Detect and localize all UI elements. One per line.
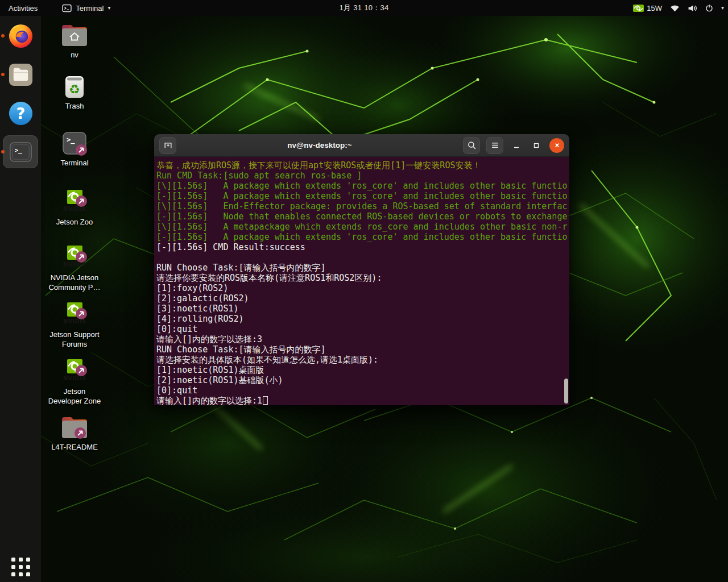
nvidia-link-icon: NVIDIA	[60, 189, 89, 217]
svg-text:>_: >_	[67, 136, 75, 144]
terminal-line: [\][1.56s] A metapackage which extends r…	[156, 222, 567, 232]
terminal-link-icon: >_	[60, 130, 89, 158]
app-menu-label: Terminal	[76, 4, 104, 13]
system-status-area[interactable]: 15W ▾	[633, 0, 724, 16]
nvidia-link-icon: NVIDIA	[60, 301, 89, 330]
terminal-line: [-][1.56s] A package which extends 'ros_…	[156, 232, 567, 242]
search-icon	[467, 140, 477, 150]
desktop-icon-l4t-readme[interactable]: L4T-README	[44, 414, 105, 452]
dock-item-files[interactable]	[3, 58, 38, 91]
terminal-line: [3]:noetic(ROS1)	[156, 304, 567, 314]
terminal-line: [2]:galactic(ROS2)	[156, 293, 567, 304]
dock-item-help[interactable]: ?	[3, 97, 38, 130]
terminal-line: 请输入[]内的数字以选择:1	[156, 396, 567, 405]
desktop-icon-label: Jetson Zoo	[56, 218, 93, 227]
svg-text:>_: >_	[14, 147, 22, 154]
nvidia-link-icon: NVIDIA	[60, 358, 89, 386]
desktop-icon-jetson-zoo[interactable]: NVIDIAJetson Zoo	[44, 189, 105, 227]
show-applications-button[interactable]	[0, 558, 41, 576]
close-button[interactable]	[549, 138, 564, 153]
dock-item-firefox[interactable]	[3, 19, 38, 52]
link-emblem	[75, 427, 86, 439]
terminal-line: Run CMD Task:[sudo apt search ros-base ]	[156, 171, 567, 181]
nvidia-link-icon: NVIDIA	[60, 244, 89, 273]
file-manager-icon	[7, 61, 34, 88]
help-icon: ?	[7, 100, 34, 127]
terminal-line: [-][1.56s] Node that enables connected R…	[156, 211, 567, 222]
terminal-output[interactable]: 恭喜，成功添加ROS源，接下来可以使用apt安装ROS或者使用[1]一键安装RO…	[154, 157, 569, 405]
desktop-icon-jetson-developer-zone[interactable]: NVIDIAJetsonDeveloper Zone	[44, 358, 105, 406]
app-menu[interactable]: Terminal ▾	[59, 0, 114, 16]
desktop-icon-jetson-support-forums[interactable]: NVIDIAJetson SupportForums	[44, 301, 105, 349]
terminal-icon	[62, 4, 72, 13]
wifi-icon	[670, 5, 680, 12]
trash-icon: ♻	[60, 73, 89, 101]
clock[interactable]: 1月 31 10：34	[339, 0, 388, 16]
top-bar: Activities Terminal ▾ 1月 31 10：34 15W ▾	[0, 0, 728, 16]
volume-icon	[688, 5, 697, 12]
terminal-line	[156, 252, 567, 263]
terminal-line: 请输入[]内的数字以选择:3	[156, 334, 567, 344]
link-emblem	[76, 308, 87, 319]
desktop-icon-terminal[interactable]: >_Terminal	[44, 130, 105, 168]
terminal-line: [0]:quit	[156, 385, 567, 396]
close-icon	[553, 141, 561, 149]
running-indicator	[1, 73, 5, 76]
desktop-icon-label: JetsonDeveloper Zone	[48, 387, 101, 406]
desktop-icon-nv[interactable]: nv	[44, 22, 105, 60]
terminal-line: [1]:noetic(ROS1)桌面版	[156, 365, 567, 375]
power-icon	[705, 4, 713, 12]
desktop-icon-nvidia-jetson-community-p[interactable]: NVIDIANVIDIA JetsonCommunity P…	[44, 244, 105, 292]
terminal-line: [\][1.56s] End-Effector package: provide…	[156, 201, 567, 211]
window-title: nv@nv-desktop:~	[183, 141, 457, 149]
scrollbar-thumb[interactable]	[564, 379, 568, 404]
link-emblem	[76, 365, 87, 376]
dock: ?>_	[0, 16, 41, 582]
terminal-line: [-][1.56s] A package which extends 'ros_…	[156, 191, 567, 201]
maximize-button[interactable]	[530, 138, 543, 153]
terminal-line: [2]:noetic(ROS1)基础版(小)	[156, 375, 567, 385]
gpu-power-mode: 15W	[633, 4, 662, 13]
dock-items: ?>_	[0, 16, 41, 168]
terminal-line: [1]:foxy(ROS2)	[156, 283, 567, 293]
running-indicator	[1, 34, 5, 38]
minimize-button[interactable]	[510, 138, 523, 153]
nvidia-gpu-icon	[633, 5, 644, 12]
terminal-window: nv@nv-desktop:~ 恭喜，成功添加ROS源，接下来可以使用apt安装…	[154, 134, 569, 405]
search-button[interactable]	[463, 137, 480, 154]
desktop-icon-label: Trash	[65, 102, 84, 111]
new-tab-button[interactable]	[159, 137, 176, 154]
terminal-line: [-][1.56s] CMD Result:success	[156, 242, 567, 252]
desktop-icon-trash[interactable]: ♻Trash	[44, 73, 105, 111]
desktop-icon-label: Terminal	[60, 159, 88, 168]
activities-button[interactable]: Activities	[0, 0, 46, 16]
terminal-line: 请选择安装的具体版本(如果不知道怎么选,请选1桌面版):	[156, 355, 567, 365]
power-mode-label: 15W	[647, 4, 662, 13]
terminal-line: 恭喜，成功添加ROS源，接下来可以使用apt安装ROS或者使用[1]一键安装RO…	[156, 160, 567, 171]
home-folder-icon	[60, 22, 89, 50]
terminal-titlebar[interactable]: nv@nv-desktop:~	[154, 134, 569, 157]
svg-text:♻: ♻	[69, 82, 80, 97]
terminal-line: RUN Choose Task:[请输入括号内的数字]	[156, 263, 567, 273]
link-emblem	[76, 251, 87, 263]
terminal-line: RUN Choose Task:[请输入括号内的数字]	[156, 344, 567, 355]
terminal-line: [0]:quit	[156, 324, 567, 334]
running-indicator	[1, 150, 5, 153]
dock-item-terminal[interactable]: >_	[3, 135, 38, 168]
terminal-icon: >_	[7, 139, 34, 165]
desktop-icon-label: NVIDIA JetsonCommunity P…	[48, 273, 100, 292]
hamburger-menu-icon	[490, 140, 500, 150]
new-tab-icon	[163, 140, 173, 150]
svg-text:?: ?	[16, 104, 25, 122]
desktop-icon-label: Jetson SupportForums	[49, 330, 99, 349]
terminal-line: [4]:rolling(ROS2)	[156, 314, 567, 324]
link-emblem	[76, 144, 87, 156]
menu-button[interactable]	[486, 137, 503, 154]
terminal-line: [\][1.56s] A package which extends 'ros_…	[156, 181, 567, 191]
minimize-icon	[512, 141, 521, 150]
firefox-icon	[7, 23, 34, 49]
link-emblem	[76, 196, 87, 207]
chevron-down-icon: ▾	[107, 5, 110, 11]
desktop-icon-label: L4T-README	[51, 443, 98, 452]
folder-link-icon	[60, 414, 89, 442]
